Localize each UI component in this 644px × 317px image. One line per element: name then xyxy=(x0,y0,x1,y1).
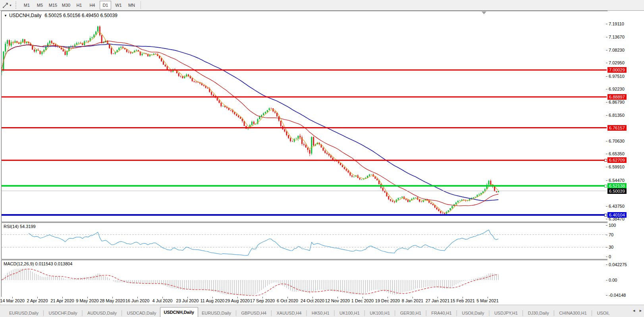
line-handle[interactable] xyxy=(604,214,607,216)
scale-tick xyxy=(606,265,607,265)
date-axis-label: 17 Sep 2020 xyxy=(250,298,275,303)
chart-tab-ger30-h1[interactable]: GER30,H1 xyxy=(397,309,425,317)
timeframe-button-mn[interactable]: MN xyxy=(126,1,137,10)
scale-tick xyxy=(606,89,607,89)
chart-tab-bar: EURUSD,Daily│USDCHF,Daily│AUDUSD,Daily│U… xyxy=(0,305,644,317)
chart-tab-uk100-h1[interactable]: UK100,H1 xyxy=(366,309,393,317)
chart-tab-eurusd-daily[interactable]: EURUSD,Daily xyxy=(6,309,42,317)
tab-separator: │ xyxy=(455,309,459,317)
price-tick-label: 7.19110 xyxy=(609,21,624,26)
scale-tick xyxy=(606,154,607,154)
date-axis-label: 8 Jan 2021 xyxy=(402,298,423,303)
chart-tab-usdcnh-daily[interactable]: USDCNH,Daily xyxy=(160,307,198,317)
rsi-label: RSI(14) 54.3199 xyxy=(4,224,36,229)
price-tick-label: 6.70630 xyxy=(609,139,625,143)
timeframe-toolbar: ▼ M1M5M15M30H1H4D1W1MN xyxy=(0,0,644,11)
macd-label: MACD(12,26,9) 0.011543 0.013804 xyxy=(4,261,72,266)
chart-tab-usdcad-daily[interactable]: USDCAD,Daily xyxy=(123,309,160,317)
scale-tick xyxy=(606,37,607,37)
tab-separator: │ xyxy=(42,309,45,317)
tab-separator: │ xyxy=(363,309,366,317)
chart-tab-gbpusd-h4[interactable]: GBPUSD,H4 xyxy=(237,309,270,317)
rsi-plot[interactable] xyxy=(2,223,607,258)
tab-scroll-left-icon[interactable]: ◄ xyxy=(632,309,636,313)
timeframe-button-m1[interactable]: M1 xyxy=(21,1,33,10)
date-axis-label: 24 Oct 2020 xyxy=(301,298,324,303)
tab-separator: │ xyxy=(393,309,397,317)
scale-tick xyxy=(606,63,607,63)
scale-tick xyxy=(606,295,607,296)
chart-tab-usdchf-daily[interactable]: USDCHF,Daily xyxy=(45,309,81,317)
chart-ohlc-values: 6.50025 6.50156 6.49450 6.50039 xyxy=(44,13,118,18)
chart-tab-eurusd-daily[interactable]: EURUSD,Daily xyxy=(198,309,235,317)
chart-tab-fra40-h1[interactable]: FRA40,H1 xyxy=(428,309,455,317)
chart-tab-audusd-daily[interactable]: AUDUSD,Daily xyxy=(84,309,120,317)
scale-tick xyxy=(606,115,607,116)
price-tick-label: 6.65350 xyxy=(609,151,625,156)
scale-tick xyxy=(606,247,607,247)
tab-separator: │ xyxy=(120,309,123,317)
scale-tick xyxy=(606,180,607,181)
date-axis-label: 1 Dec 2020 xyxy=(351,298,374,303)
chart-tab-usoil-daily[interactable]: USOil,Daily xyxy=(458,309,488,317)
timeframe-button-d1[interactable]: D1 xyxy=(100,1,111,10)
line-handle[interactable] xyxy=(604,185,607,187)
timeframe-button-m15[interactable]: M15 xyxy=(47,1,59,10)
toolbar-drag-handle[interactable] xyxy=(15,2,17,9)
price-tick-label: 6.97510 xyxy=(609,74,625,79)
price-tick-label: 6.86790 xyxy=(609,100,625,104)
scale-tick xyxy=(606,235,607,235)
toolbar-dropdown-icon[interactable]: ▼ xyxy=(9,4,12,7)
date-axis-label: 2 Apr 2020 xyxy=(27,298,48,303)
price-tick-label: 6.92230 xyxy=(609,87,625,91)
candlestick-chart[interactable] xyxy=(2,11,607,221)
scale-tick xyxy=(606,206,607,207)
timeframe-button-w1[interactable]: W1 xyxy=(113,1,124,10)
timeframe-button-h4[interactable]: H4 xyxy=(87,1,98,10)
macd-plot[interactable] xyxy=(2,260,607,296)
chart-shift-marker-icon[interactable] xyxy=(482,12,486,14)
date-axis[interactable]: 14 Mar 20202 Apr 202021 Apr 20209 May 20… xyxy=(1,297,607,305)
level-price-label: 6.76157 xyxy=(607,125,627,131)
macd-scale-label: 0.042275 xyxy=(609,262,627,267)
scale-tick xyxy=(606,50,607,50)
price-scale[interactable]: 7.191107.136707.082307.029506.975106.922… xyxy=(607,11,644,305)
tab-separator: │ xyxy=(553,309,556,317)
date-axis-label: 4 Jul 2020 xyxy=(152,298,173,303)
date-axis-label: 27 Jan 2021 xyxy=(426,298,450,303)
line-handle[interactable] xyxy=(604,159,607,162)
macd-scale-label: -0.04148 xyxy=(609,293,626,298)
rsi-indicator-pane[interactable]: RSI(14) 54.3199 xyxy=(1,222,608,259)
date-axis-label: 16 Jun 2020 xyxy=(125,298,150,303)
date-axis-label: 29 Aug 2020 xyxy=(225,298,250,303)
chart-tab-uk100-h1[interactable]: UK100,H1 xyxy=(336,309,363,317)
chart-tab-china300-h1[interactable]: CHINA300,H1 xyxy=(555,309,590,317)
level-price-label: 6.88897 xyxy=(607,94,627,100)
scale-tick xyxy=(606,257,607,257)
date-axis-label: 6 Oct 2020 xyxy=(277,298,298,303)
tab-scroll-right-icon[interactable]: ► xyxy=(639,309,642,313)
date-axis-label: 9 May 2020 xyxy=(76,298,98,303)
price-chart-pane[interactable]: ▼ USDCNH,Daily 6.50025 6.50156 6.49450 6… xyxy=(1,11,608,222)
scale-tick xyxy=(606,280,607,280)
tab-separator: │ xyxy=(590,309,594,317)
date-axis-label: 21 Apr 2020 xyxy=(50,298,74,303)
cursor-mode-icon[interactable] xyxy=(1,2,9,9)
level-price-label: 7.00029 xyxy=(607,67,627,73)
tab-separator: │ xyxy=(270,309,273,317)
chart-tab-usoil-[interactable]: USOil, xyxy=(593,309,613,317)
chart-tab-hk50-h1[interactable]: HK50,H1 xyxy=(308,309,333,317)
macd-indicator-pane[interactable]: MACD(12,26,9) 0.011543 0.013804 xyxy=(1,260,608,298)
timeframe-button-m5[interactable]: M5 xyxy=(34,1,46,10)
date-axis-label: 11 Aug 2020 xyxy=(201,298,225,303)
scale-tick xyxy=(606,225,607,226)
chart-tab-xauusd-h4[interactable]: XAUUSD,H4 xyxy=(273,309,305,317)
current-price-label: 6.50039 xyxy=(607,188,627,194)
timeframe-button-h1[interactable]: H1 xyxy=(73,1,85,10)
scale-tick xyxy=(606,24,607,24)
date-axis-label: 5 Mar 2021 xyxy=(476,298,499,303)
timeframe-button-m30[interactable]: M30 xyxy=(60,1,72,10)
chart-tab-usdjpy-h1[interactable]: USDJPY,H1 xyxy=(491,309,521,317)
chart-tab-dj30-daily[interactable]: DJ30,Daily xyxy=(524,309,553,317)
rsi-scale-label: 0 xyxy=(609,254,611,259)
